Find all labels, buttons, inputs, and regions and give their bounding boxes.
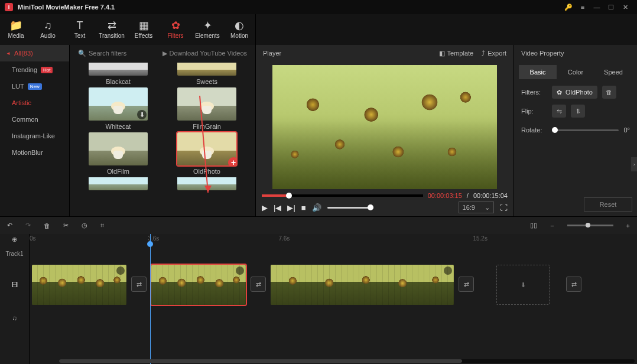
chevron-down-icon: ⌄ — [485, 204, 490, 212]
time-total: 00:00:15:04 — [473, 192, 508, 199]
category-artistic[interactable]: Artistic — [0, 95, 69, 111]
search-filters[interactable]: 🔍 Search filters — [78, 50, 158, 57]
filter-name: Blackcat — [106, 78, 131, 85]
app-icon: I — [5, 3, 13, 11]
add-clip-slot[interactable]: ⬇ — [496, 265, 550, 305]
volume-slider[interactable] — [327, 207, 373, 209]
video-track-icon[interactable]: 🎞 — [0, 262, 29, 307]
player-preview[interactable] — [272, 65, 497, 189]
time-current: 00:00:03:15 — [428, 192, 462, 199]
playhead[interactable] — [150, 234, 151, 364]
next-frame-button[interactable]: ▶| — [287, 203, 295, 212]
tab-text[interactable]: TText — [64, 14, 96, 45]
filter-blackcat[interactable]: Blackcat — [79, 63, 157, 85]
property-title: Video Property — [514, 45, 637, 61]
category-motionblur[interactable]: MotionBlur — [0, 144, 69, 161]
add-filter-button[interactable]: + — [228, 157, 236, 165]
property-tab-speed[interactable]: Speed — [594, 65, 632, 79]
license-key-icon[interactable]: 🔑 — [561, 1, 576, 13]
export-button[interactable]: ⤴ Export — [482, 50, 506, 57]
crop-button[interactable]: ⌗ — [100, 222, 104, 229]
zoom-in-button[interactable]: + — [626, 222, 630, 229]
maximize-button[interactable]: ☐ — [604, 1, 618, 13]
tab-filters[interactable]: ✿Filters — [160, 14, 191, 45]
app-title: MiniTool MovieMaker Free 7.4.1 — [18, 4, 115, 11]
split-button[interactable]: ✂ — [63, 222, 69, 229]
volume-icon[interactable]: 🔊 — [312, 203, 321, 212]
prev-frame-button[interactable]: |◀ — [274, 203, 281, 212]
rotate-slider[interactable] — [552, 129, 619, 131]
clip-1[interactable] — [32, 265, 126, 305]
transition-slot-4[interactable]: ⇄ — [566, 277, 581, 292]
zoom-out-button[interactable]: − — [550, 222, 554, 229]
titlebar: I MiniTool MovieMaker Free 7.4.1 🔑 ≡ — ☐… — [0, 0, 637, 14]
clip-2[interactable] — [151, 265, 246, 305]
category-common[interactable]: Common — [0, 111, 69, 128]
property-tab-basic[interactable]: Basic — [519, 65, 557, 79]
flip-vertical-button[interactable]: ⥮ — [571, 105, 585, 118]
filter-name: OldPhoto — [193, 168, 220, 175]
collapse-property-button[interactable]: › — [631, 157, 637, 171]
add-track-button[interactable]: ⊕ — [0, 234, 29, 245]
filter-sweets[interactable]: Sweets — [168, 63, 246, 85]
tab-audio[interactable]: ♫Audio — [32, 14, 64, 45]
audio-track-icon[interactable]: ♫ — [0, 307, 29, 329]
search-icon: 🔍 — [78, 50, 86, 57]
motion-icon: ◐ — [235, 20, 244, 31]
minimize-button[interactable]: — — [590, 1, 604, 13]
speed-button[interactable]: ◷ — [82, 222, 87, 229]
tab-effects[interactable]: ▦Effects — [128, 14, 160, 45]
category-sidebar: All(83) TrendingHotLUTNewArtisticCommonI… — [0, 45, 70, 216]
filter-name: FilmGrain — [193, 123, 221, 130]
category-all[interactable]: All(83) — [0, 45, 69, 61]
time-ruler[interactable]: 0s3.6s7.6s15.2s — [30, 234, 637, 245]
fullscreen-button[interactable]: ⛶ — [500, 203, 508, 212]
time-mark: 7.6s — [278, 235, 290, 242]
filter-oldphoto[interactable]: +OldPhoto — [168, 132, 246, 175]
transition-slot-3[interactable]: ⇄ — [459, 277, 474, 292]
menu-icon[interactable]: ≡ — [576, 1, 590, 13]
filter-filmgrain[interactable]: FilmGrain — [168, 87, 246, 130]
reset-button[interactable]: Reset — [584, 197, 632, 212]
applied-filter-chip[interactable]: ✿ OldPhoto — [552, 86, 597, 99]
aspect-ratio-select[interactable]: 16:9 ⌄ — [459, 202, 494, 213]
badge-new: New — [28, 83, 42, 90]
property-tab-color[interactable]: Color — [557, 65, 594, 79]
undo-button[interactable]: ↶ — [7, 222, 12, 229]
tab-elements[interactable]: ✦Elements — [191, 14, 223, 45]
flip-horizontal-button[interactable]: ⇋ — [552, 105, 566, 118]
timeline-scrollbar[interactable] — [59, 359, 635, 363]
transition-slot-2[interactable]: ⇄ — [251, 277, 266, 292]
stop-button[interactable]: ■ — [301, 203, 306, 212]
transition-slot-1[interactable]: ⇄ — [131, 277, 147, 292]
video-track[interactable]: ⇄ ⇄ ⇄ ⬇ ⇄ — [30, 262, 637, 307]
property-panel: Video Property BasicColorSpeed Filters: … — [514, 45, 637, 216]
player-panel: Player ◧ Template ⤴ Export 00:00:03:1 — [256, 45, 514, 216]
filter-icon: ✿ — [557, 89, 562, 96]
fit-button[interactable]: ▯▯ — [530, 222, 537, 229]
tab-motion[interactable]: ◐Motion — [223, 14, 255, 45]
delete-button[interactable]: 🗑 — [44, 222, 50, 229]
clip-3[interactable] — [271, 265, 454, 305]
category-instagram-like[interactable]: Instagram-Like — [0, 128, 69, 144]
remove-filter-button[interactable]: 🗑 — [602, 86, 616, 99]
export-icon: ⤴ — [482, 50, 485, 57]
player-title: Player — [263, 50, 281, 57]
category-lut[interactable]: LUTNew — [0, 78, 69, 95]
rotate-value: 0° — [623, 126, 630, 134]
seek-bar[interactable] — [262, 194, 423, 197]
tab-media[interactable]: 📁Media — [0, 14, 32, 45]
filter-oldfilm[interactable]: OldFilm — [79, 132, 157, 175]
download-icon[interactable]: ⬇ — [137, 110, 147, 119]
play-button[interactable]: ▶ — [262, 203, 268, 212]
download-youtube-button[interactable]: ▶ Download YouTube Videos — [162, 50, 248, 57]
redo-button[interactable]: ↷ — [25, 222, 31, 229]
zoom-slider[interactable] — [567, 225, 613, 226]
category-trending[interactable]: TrendingHot — [0, 61, 69, 78]
filter-whitecat[interactable]: ⬇Whitecat — [79, 87, 157, 130]
elements-icon: ✦ — [203, 20, 212, 31]
close-button[interactable]: ✕ — [618, 1, 632, 13]
template-button[interactable]: ◧ Template — [439, 50, 474, 57]
filter-name: OldFilm — [107, 168, 129, 175]
tab-transition[interactable]: ⇄Transition — [96, 14, 128, 45]
